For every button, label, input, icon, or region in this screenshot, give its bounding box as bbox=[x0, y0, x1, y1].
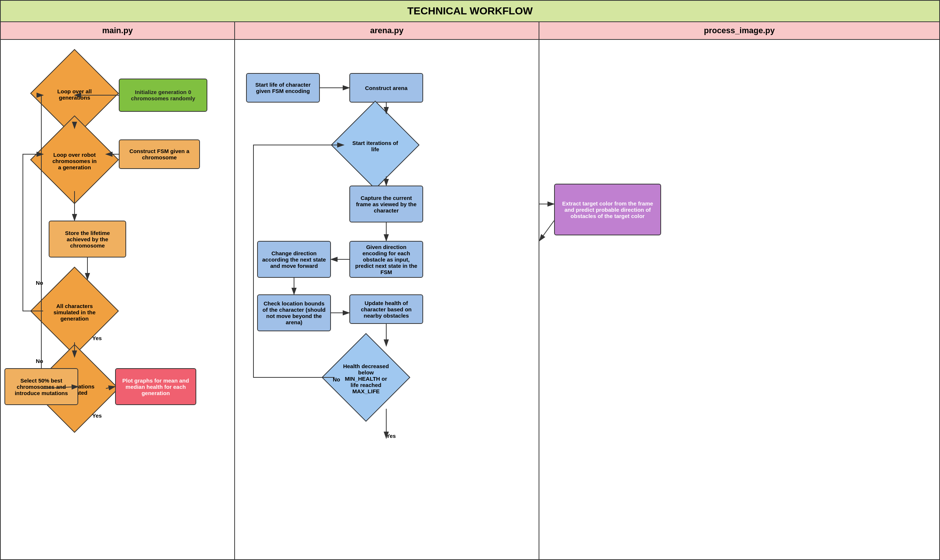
given-dir-box: Given direction encoding for each obstac… bbox=[349, 241, 423, 278]
start-life-box: Start life of character given FSM encodi… bbox=[246, 73, 320, 103]
yes-label-arena: Yes bbox=[386, 433, 396, 439]
loop-robot-chrom-diamond: Loop over robot chromosomes in a generat… bbox=[30, 115, 119, 204]
no-label-arena: No bbox=[333, 376, 340, 383]
health-decreased-label: Health decreased below MIN_HEALTH or lif… bbox=[335, 347, 397, 410]
start-iter-diamond: Start iterations of life bbox=[331, 101, 420, 189]
store-lifetime-box: Store the lifetime achieved by the chrom… bbox=[49, 221, 126, 257]
page: TECHNICAL WORKFLOW main.py arena.py proc… bbox=[0, 0, 940, 560]
col-process-panel: Extract target color from the frame and … bbox=[539, 40, 939, 559]
page-title: TECHNICAL WORKFLOW bbox=[407, 5, 533, 17]
title-bar: TECHNICAL WORKFLOW bbox=[1, 1, 939, 22]
capture-frame-box: Capture the current frame as viewed by t… bbox=[349, 186, 423, 222]
yes-label-2: Yes bbox=[92, 412, 102, 419]
loop-robot-chrom-label: Loop over robot chromosomes in a generat… bbox=[43, 129, 106, 192]
extract-color-box: Extract target color from the frame and … bbox=[554, 184, 661, 235]
all-chars-sim-diamond: All characters simulated in the generati… bbox=[30, 267, 119, 355]
col-main-panel: Loop over all generations Initialize gen… bbox=[1, 40, 235, 559]
all-chars-sim-label: All characters simulated in the generati… bbox=[43, 281, 106, 343]
construct-fsm-box: Construct FSM given a chromosome bbox=[119, 140, 200, 169]
check-bounds-box: Check location bounds of the character (… bbox=[257, 294, 331, 331]
col-header-main: main.py bbox=[1, 22, 235, 39]
col-header-arena: arena.py bbox=[235, 22, 539, 39]
select-50-box: Select 50% best chromosomes and introduc… bbox=[5, 368, 78, 405]
update-health-box: Update health of character based on near… bbox=[349, 294, 423, 324]
construct-arena-box: Construct arena bbox=[349, 73, 423, 103]
svg-line-21 bbox=[539, 221, 554, 241]
no-label-2: No bbox=[36, 358, 43, 364]
change-dir-box: Change direction according the next stat… bbox=[257, 241, 331, 278]
process-arrows bbox=[539, 40, 939, 559]
plot-graphs-box: Plot graphs for mean and median health f… bbox=[115, 368, 196, 405]
no-label-1: No bbox=[36, 280, 43, 286]
col-header-process: process_image.py bbox=[539, 22, 939, 39]
col-arena-panel: Start life of character given FSM encodi… bbox=[235, 40, 539, 559]
yes-label-1: Yes bbox=[92, 335, 102, 341]
content-area: Loop over all generations Initialize gen… bbox=[1, 40, 939, 559]
start-iter-label: Start iterations of life bbox=[344, 115, 406, 177]
init-gen0-box: Initialize generation 0 chromosomes rand… bbox=[119, 78, 207, 112]
column-headers: main.py arena.py process_image.py bbox=[1, 22, 939, 40]
main-arrows bbox=[1, 40, 234, 559]
